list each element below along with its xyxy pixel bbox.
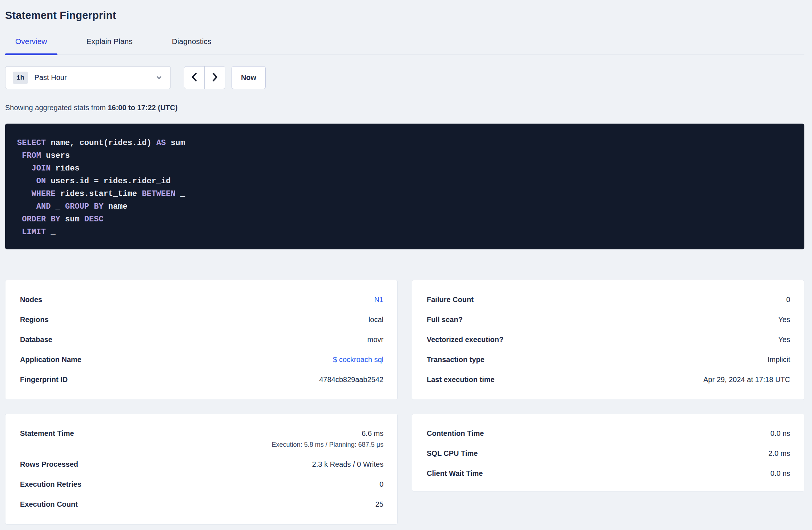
tab-diagnostics-label: Diagnostics [172,37,212,45]
database-label: Database [20,336,52,344]
statement-time-breakdown: Execution: 5.8 ms / Planning: 687.5 µs [272,441,383,448]
sql-line: ON users.id = rides.rider_id [17,175,792,188]
summary-cards: Nodes N1 Regions local Database movr App… [5,280,804,525]
tab-overview-label: Overview [15,37,47,45]
tab-explain-plans[interactable]: Explain Plans [76,37,143,55]
chevron-down-icon [156,74,162,81]
time-range-label: Past Hour [35,73,67,82]
row-last-execution-time: Last execution time Apr 29, 2024 at 17:1… [427,376,790,384]
fingerprint-id-label: Fingerprint ID [20,376,68,384]
execution-attributes-card: Failure Count 0 Full scan? Yes Vectorize… [412,280,804,400]
last-execution-time-label: Last execution time [427,376,495,384]
full-scan-label: Full scan? [427,316,463,324]
statement-time-value: 6.6 ms [362,429,383,437]
row-contention-time: Contention Time 0.0 ns [427,429,790,437]
aggregation-note-range: 16:00 to 17:22 (UTC) [108,104,177,112]
row-full-scan: Full scan? Yes [427,316,790,324]
next-time-button[interactable] [205,67,225,89]
vectorized-execution-label: Vectorized execution? [427,336,503,344]
failure-count-label: Failure Count [427,296,474,304]
vectorized-execution-value: Yes [778,336,790,344]
row-sql-cpu-time: SQL CPU Time 2.0 ms [427,449,790,457]
last-execution-time-value: Apr 29, 2024 at 17:18 UTC [703,376,790,384]
row-application-name: Application Name $ cockroach sql [20,356,383,364]
prev-time-button[interactable] [184,67,205,89]
time-step-buttons [184,66,225,89]
row-execution-count: Execution Count 25 [20,500,383,508]
now-button[interactable]: Now [232,66,266,89]
sql-line: AND _ GROUP BY name [17,200,792,213]
transaction-type-value: Implicit [768,356,790,364]
sql-statement-box: SELECT name, count(rides.id) AS sum FROM… [5,124,804,249]
row-nodes: Nodes N1 [20,296,383,304]
tab-diagnostics[interactable]: Diagnostics [162,37,222,55]
client-wait-time-label: Client Wait Time [427,469,483,477]
nodes-label: Nodes [20,296,42,304]
rows-processed-value: 2.3 k Reads / 0 Writes [312,460,383,468]
statement-info-card: Nodes N1 Regions local Database movr App… [5,280,398,400]
statement-time-values: 6.6 ms Execution: 5.8 ms / Planning: 687… [272,429,383,448]
tab-bar: Overview Explain Plans Diagnostics [5,37,804,55]
tab-explain-plans-label: Explain Plans [87,37,133,45]
contention-time-value: 0.0 ns [771,429,790,437]
regions-value: local [369,316,383,324]
row-execution-retries: Execution Retries 0 [20,480,383,488]
sql-line: FROM users [17,149,792,162]
sql-line: WHERE rides.start_time BETWEEN _ [17,188,792,200]
sql-cpu-time-label: SQL CPU Time [427,449,478,457]
row-statement-time: Statement Time 6.6 ms Execution: 5.8 ms … [20,429,383,448]
tab-overview[interactable]: Overview [5,37,57,55]
chevron-right-icon [210,72,219,83]
full-scan-value: Yes [778,316,790,324]
contention-time-label: Contention Time [427,429,484,437]
time-range-badge: 1h [13,72,28,84]
time-toolbar: 1h Past Hour [5,66,804,89]
aggregation-note-prefix: Showing aggregated stats from [5,104,108,112]
row-rows-processed: Rows Processed 2.3 k Reads / 0 Writes [20,460,383,468]
aggregation-note: Showing aggregated stats from 16:00 to 1… [5,104,804,112]
sql-line: LIMIT _ [17,226,792,238]
client-wait-time-value: 0.0 ns [771,469,790,477]
row-vectorized-execution: Vectorized execution? Yes [427,336,790,344]
sql-line: ORDER BY sum DESC [17,213,792,226]
sql-line: JOIN rides [17,162,792,175]
statement-fingerprint-page: Statement Fingerprint Overview Explain P… [0,0,812,525]
statement-timing-card: Statement Time 6.6 ms Execution: 5.8 ms … [5,414,398,525]
application-name-label: Application Name [20,356,81,364]
execution-count-label: Execution Count [20,500,78,508]
time-range-dropdown[interactable]: 1h Past Hour [5,66,171,89]
fingerprint-id-value: 4784cb829aab2542 [319,376,383,384]
row-transaction-type: Transaction type Implicit [427,356,790,364]
chevron-left-icon [190,72,199,83]
nodes-link[interactable]: N1 [374,296,383,304]
wait-time-card: Contention Time 0.0 ns SQL CPU Time 2.0 … [412,414,804,491]
execution-count-value: 25 [375,500,383,508]
page-title: Statement Fingerprint [5,9,804,22]
row-fingerprint-id: Fingerprint ID 4784cb829aab2542 [20,376,383,384]
execution-retries-label: Execution Retries [20,480,81,488]
rows-processed-label: Rows Processed [20,460,78,468]
row-client-wait-time: Client Wait Time 0.0 ns [427,469,790,477]
transaction-type-label: Transaction type [427,356,485,364]
sql-line: SELECT name, count(rides.id) AS sum [17,137,792,149]
execution-retries-value: 0 [379,480,383,488]
failure-count-value: 0 [786,296,790,304]
row-regions: Regions local [20,316,383,324]
statement-time-label: Statement Time [20,429,74,437]
row-failure-count: Failure Count 0 [427,296,790,304]
database-value: movr [367,336,383,344]
sql-cpu-time-value: 2.0 ms [768,449,790,457]
application-name-link[interactable]: $ cockroach sql [333,356,383,364]
regions-label: Regions [20,316,49,324]
row-database: Database movr [20,336,383,344]
